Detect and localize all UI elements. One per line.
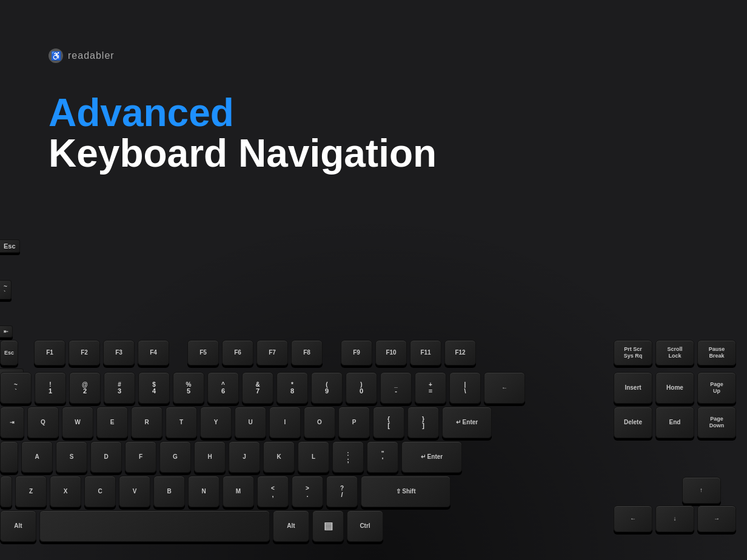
nav-ins-row: Insert Home PageUp — [614, 372, 747, 404]
key-menu[interactable]: ▤ — [312, 510, 344, 542]
arrow-cluster: ↑ ← ↓ → — [614, 477, 747, 532]
key-i[interactable]: I — [269, 407, 301, 438]
key-u[interactable]: U — [235, 407, 266, 438]
key-x[interactable]: X — [50, 476, 81, 507]
key-5[interactable]: % 5 — [173, 372, 204, 404]
key-home[interactable]: Home — [655, 372, 694, 404]
key-f9[interactable]: F9 — [341, 340, 372, 365]
key-delete[interactable]: Delete — [614, 407, 652, 438]
brand-name: readabler — [68, 50, 115, 61]
fn-row: Esc F1 F2 F3 F4 F5 F6 F7 F8 F9 F10 F11 F… — [0, 340, 606, 365]
key-slash[interactable]: ? / — [326, 476, 358, 507]
brand: ♿ readabler — [49, 48, 437, 63]
key-f4[interactable]: F4 — [138, 340, 169, 365]
key-backslash[interactable]: | \ — [449, 372, 481, 404]
key-comma[interactable]: < , — [257, 476, 289, 507]
nav-del-row: Delete End PageDown — [614, 407, 747, 438]
key-q[interactable]: Q — [27, 407, 59, 438]
key-prtscr[interactable]: Prt ScrSys Rq — [614, 340, 652, 365]
key-f10[interactable]: F10 — [375, 340, 407, 365]
key-pageup[interactable]: PageUp — [697, 372, 736, 404]
key-9[interactable]: ( 9 — [311, 372, 343, 404]
key-period[interactable]: > . — [292, 476, 323, 507]
key-insert[interactable]: Insert — [614, 372, 652, 404]
title-main: Keyboard Navigation — [49, 132, 437, 175]
key-f5[interactable]: F5 — [187, 340, 219, 365]
key-j[interactable]: J — [229, 441, 260, 473]
key-l[interactable]: L — [298, 441, 329, 473]
key-rctrl[interactable]: Ctrl — [347, 510, 383, 542]
key-f12[interactable]: F12 — [444, 340, 476, 365]
key-k[interactable]: K — [263, 441, 295, 473]
key-lbracket[interactable]: { [ — [373, 407, 404, 438]
key-pause[interactable]: PauseBreak — [697, 340, 736, 365]
key-w[interactable]: W — [62, 407, 93, 438]
key-scroll[interactable]: ScrollLock — [655, 340, 694, 365]
main-keyboard: Esc F1 F2 F3 F4 F5 F6 F7 F8 F9 F10 F11 F… — [0, 340, 606, 542]
key-enter[interactable]: ↵ Enter — [442, 407, 492, 438]
key-y[interactable]: Y — [200, 407, 232, 438]
zxcv-row: Z X C V B N M < , > . ? / ⇧ Shift — [0, 476, 606, 507]
key-down[interactable]: ↓ — [655, 505, 694, 532]
space-row: Alt Alt ▤ Ctrl — [0, 510, 606, 542]
key-pagedown[interactable]: PageDown — [697, 407, 736, 438]
key-f8[interactable]: F8 — [291, 340, 323, 365]
key-7[interactable]: & 7 — [242, 372, 273, 404]
key-1[interactable]: ! 1 — [35, 372, 66, 404]
key-f11[interactable]: F11 — [410, 340, 441, 365]
key-f1[interactable]: F1 — [34, 340, 65, 365]
key-f7[interactable]: F7 — [256, 340, 288, 365]
key-backspace[interactable]: ← — [484, 372, 525, 404]
key-n[interactable]: N — [188, 476, 219, 507]
key-f[interactable]: F — [125, 441, 156, 473]
key-end[interactable]: End — [655, 407, 694, 438]
key-space[interactable] — [39, 510, 270, 542]
key-f3[interactable]: F3 — [103, 340, 135, 365]
key-lshift-partial[interactable] — [0, 476, 12, 507]
key-d[interactable]: D — [90, 441, 122, 473]
key-equals[interactable]: + = — [415, 372, 446, 404]
key-8[interactable]: * 8 — [276, 372, 308, 404]
key-caps-partial[interactable] — [0, 441, 18, 473]
key-p[interactable]: P — [338, 407, 370, 438]
key-right[interactable]: → — [697, 505, 736, 532]
key-a[interactable]: A — [21, 441, 53, 473]
nav-cluster: Prt ScrSys Rq ScrollLock PauseBreak Inse… — [614, 340, 747, 542]
key-esc-partial[interactable]: Esc — [0, 340, 18, 365]
key-tab-partial[interactable]: ⇥ — [0, 407, 24, 438]
key-m[interactable]: M — [223, 476, 254, 507]
key-f2[interactable]: F2 — [69, 340, 100, 365]
qwerty-row: ⇥ Q W E R T Y U I O P { [ } ] ↵ Enter — [0, 407, 606, 438]
key-2[interactable]: @ 2 — [69, 372, 101, 404]
nav-fn-area: Prt ScrSys Rq ScrollLock PauseBreak — [614, 340, 747, 365]
key-o[interactable]: O — [304, 407, 335, 438]
key-r[interactable]: R — [131, 407, 162, 438]
key-enter-wide[interactable]: ↵ Enter — [401, 441, 462, 473]
key-g[interactable]: G — [159, 441, 191, 473]
arrow-bottom-row: ← ↓ → — [614, 505, 747, 532]
key-s[interactable]: S — [56, 441, 87, 473]
key-f6[interactable]: F6 — [222, 340, 253, 365]
key-0[interactable]: ) 0 — [346, 372, 377, 404]
key-left[interactable]: ← — [614, 505, 652, 532]
key-t[interactable]: T — [166, 407, 197, 438]
key-6[interactable]: ^ 6 — [207, 372, 239, 404]
key-h[interactable]: H — [194, 441, 226, 473]
key-z[interactable]: Z — [15, 476, 47, 507]
key-4[interactable]: $ 4 — [138, 372, 170, 404]
key-semicolon[interactable]: : ; — [332, 441, 364, 473]
key-b[interactable]: B — [153, 476, 185, 507]
key-tilde[interactable]: ~ ` — [0, 372, 32, 404]
key-ralt[interactable]: Alt — [273, 510, 309, 542]
key-e[interactable]: E — [96, 407, 128, 438]
key-rshift[interactable]: ⇧ Shift — [361, 476, 451, 507]
key-c[interactable]: C — [84, 476, 116, 507]
key-minus[interactable]: _ - — [380, 372, 412, 404]
keyboard: Esc F1 F2 F3 F4 F5 F6 F7 F8 F9 F10 F11 F… — [0, 328, 747, 560]
key-3[interactable]: # 3 — [104, 372, 135, 404]
key-quote[interactable]: " ' — [367, 441, 398, 473]
key-rbracket[interactable]: } ] — [407, 407, 439, 438]
key-v[interactable]: V — [119, 476, 150, 507]
key-up[interactable]: ↑ — [682, 477, 721, 504]
key-lalt[interactable]: Alt — [0, 510, 36, 542]
